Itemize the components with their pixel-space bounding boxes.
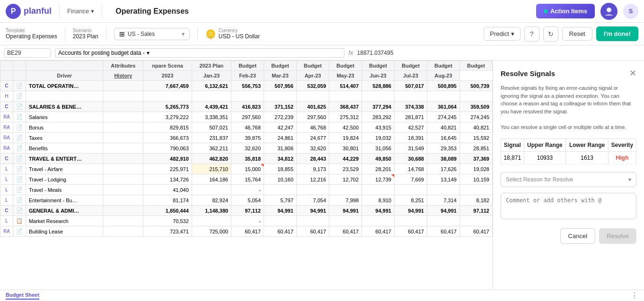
cell-value[interactable] <box>103 91 143 102</box>
cell-value[interactable]: 28,851 <box>459 143 492 154</box>
cell-value[interactable]: 18,391 <box>394 133 427 143</box>
cell-value[interactable]: 7,667,459 <box>143 81 192 91</box>
cell-value[interactable]: 32,620 <box>297 143 329 154</box>
cell-value[interactable] <box>264 185 297 195</box>
predict-button[interactable]: Predict ▾ <box>484 27 520 41</box>
cell-value[interactable]: 94,991 <box>329 206 362 216</box>
cell-value[interactable]: 371,152 <box>264 102 297 112</box>
cell-value[interactable]: 44,229 <box>329 154 362 164</box>
cell-value[interactable]: 12,739 <box>362 174 395 185</box>
cell-value[interactable] <box>459 185 492 195</box>
row-type-label[interactable]: RA <box>0 133 13 143</box>
cell-value[interactable]: 3,279,222 <box>143 112 192 122</box>
cell-value[interactable]: 14,768 <box>394 164 427 174</box>
cell-value[interactable]: 377,294 <box>362 102 395 112</box>
cell-value[interactable]: 35,818 <box>231 154 264 164</box>
cell-value[interactable] <box>362 216 395 226</box>
cell-value[interactable]: 215,710 <box>192 164 231 174</box>
cell-value[interactable]: 500,739 <box>459 81 492 91</box>
cell-value[interactable]: 97,112 <box>231 206 264 216</box>
cell-value[interactable]: 32,620 <box>231 143 264 154</box>
cell-ref-input[interactable] <box>4 48 51 58</box>
cell-value[interactable]: 297,560 <box>297 112 329 122</box>
cell-value[interactable]: 275,312 <box>329 112 362 122</box>
cell-value[interactable]: 60,417 <box>329 226 362 237</box>
cell-value[interactable]: 13,149 <box>427 174 459 185</box>
row-type-label[interactable]: C <box>0 154 13 164</box>
cell-value[interactable]: 94,991 <box>362 206 395 216</box>
cell-value[interactable]: 725,000 <box>192 226 231 237</box>
cell-value[interactable]: 1,850,444 <box>143 206 192 216</box>
cell-value[interactable]: 7,669 <box>394 174 427 185</box>
cell-value[interactable]: 9,173 <box>297 164 329 174</box>
action-items-button[interactable]: Action Items <box>536 4 595 18</box>
cell-value[interactable]: 361,064 <box>427 102 459 112</box>
cell-value[interactable] <box>394 216 427 226</box>
row-type-label[interactable]: L <box>0 185 13 195</box>
row-type-label[interactable]: L <box>0 195 13 206</box>
cell-value[interactable]: 16,645 <box>427 133 459 143</box>
cell-value[interactable]: 556,753 <box>231 81 264 91</box>
cell-value[interactable]: 225,971 <box>143 164 192 174</box>
cell-value[interactable]: 81,174 <box>143 195 192 206</box>
cell-value[interactable] <box>329 91 362 102</box>
cell-value[interactable]: 8,182 <box>459 195 492 206</box>
cell-value[interactable]: 42,500 <box>329 122 362 133</box>
cell-value[interactable]: 362,211 <box>192 143 231 154</box>
row-type-label[interactable]: L <box>0 216 13 226</box>
cell-value[interactable] <box>103 154 143 164</box>
cell-value[interactable]: 37,369 <box>459 154 492 164</box>
planful-logo[interactable]: P planful <box>6 4 52 19</box>
cell-value[interactable]: 60,417 <box>362 226 395 237</box>
cell-value[interactable] <box>192 185 231 195</box>
cell-value[interactable]: 5,054 <box>231 195 264 206</box>
avatar[interactable]: S <box>623 4 638 19</box>
cell-value[interactable]: 4,439,421 <box>192 102 231 112</box>
cell-value[interactable] <box>394 91 427 102</box>
cell-value[interactable]: 41,040 <box>143 185 192 195</box>
cell-value[interactable]: 401,625 <box>297 102 329 112</box>
cell-value[interactable]: 60,417 <box>231 226 264 237</box>
cell-value[interactable]: 366,673 <box>143 133 192 143</box>
cell-value[interactable] <box>103 143 143 154</box>
cell-value[interactable]: 3,338,351 <box>192 112 231 122</box>
cell-value[interactable]: 60,417 <box>394 226 427 237</box>
cell-value[interactable]: 297,560 <box>231 112 264 122</box>
comment-input[interactable] <box>501 193 636 219</box>
cell-value[interactable]: 34,812 <box>264 154 297 164</box>
cell-value[interactable]: 60,417 <box>427 226 459 237</box>
cell-value[interactable] <box>297 185 329 195</box>
cell-value[interactable]: 359,509 <box>459 102 492 112</box>
row-type-label[interactable]: RA <box>0 112 13 122</box>
cell-value[interactable]: 70,532 <box>143 216 192 226</box>
cell-value[interactable]: 46,768 <box>231 122 264 133</box>
cancel-button[interactable]: Cancel <box>560 228 595 244</box>
cell-value[interactable] <box>103 81 143 91</box>
cell-value[interactable] <box>103 164 143 174</box>
cell-value[interactable] <box>459 216 492 226</box>
cell-value[interactable]: 416,823 <box>231 102 264 112</box>
cell-value[interactable] <box>103 195 143 206</box>
cell-value[interactable] <box>103 174 143 185</box>
cell-value[interactable]: 49,850 <box>362 154 395 164</box>
cell-value[interactable]: 60,417 <box>264 226 297 237</box>
cell-value[interactable]: 31,056 <box>362 143 395 154</box>
cell-value[interactable] <box>394 185 427 195</box>
cell-value[interactable]: 829,815 <box>143 122 192 133</box>
cell-value[interactable]: 514,407 <box>329 81 362 91</box>
row-type-label[interactable]: RA <box>0 226 13 237</box>
cell-value[interactable] <box>192 91 231 102</box>
cell-value[interactable]: 43,915 <box>362 122 395 133</box>
refresh-button[interactable]: ↻ <box>543 26 558 42</box>
help-button[interactable]: ? <box>524 26 539 42</box>
cell-value[interactable]: 164,186 <box>192 174 231 185</box>
cell-value[interactable]: 15,000 <box>231 164 264 174</box>
cell-value[interactable]: 462,820 <box>192 154 231 164</box>
cell-value[interactable]: 723,471 <box>143 226 192 237</box>
cell-value[interactable]: 532,059 <box>297 81 329 91</box>
cell-value[interactable] <box>103 102 143 112</box>
cell-name-dropdown[interactable]: Accounts for posting budget data - ▾ <box>55 48 344 58</box>
finance-menu[interactable]: Finance ▾ <box>67 8 94 15</box>
cell-value[interactable]: 500,895 <box>427 81 459 91</box>
cell-value[interactable]: 31,549 <box>394 143 427 154</box>
